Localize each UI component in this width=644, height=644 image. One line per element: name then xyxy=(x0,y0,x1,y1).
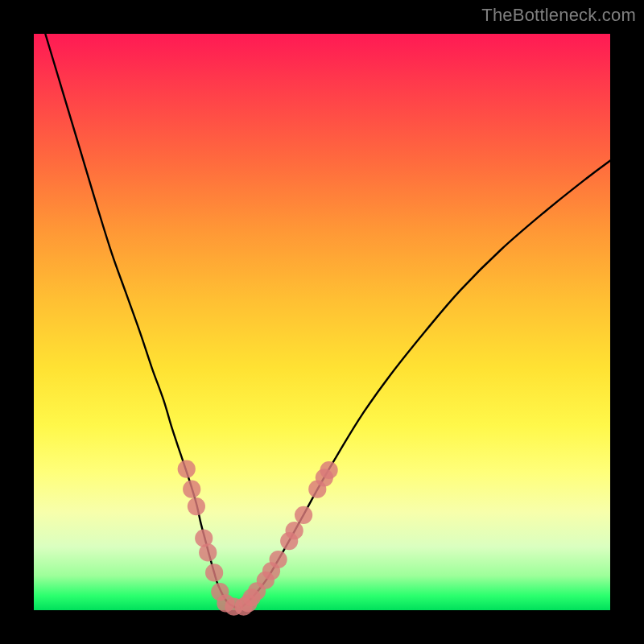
curves-svg xyxy=(34,34,610,610)
data-point xyxy=(205,564,223,581)
data-point xyxy=(286,522,303,539)
data-point xyxy=(178,460,196,477)
data-point xyxy=(295,506,312,524)
curve-left-branch xyxy=(45,34,235,607)
data-points-right xyxy=(235,461,338,616)
data-point xyxy=(199,543,217,561)
watermark-text: TheBottleneck.com xyxy=(481,5,636,26)
data-points-left xyxy=(178,460,243,615)
plot-area xyxy=(34,34,610,610)
chart-stage: TheBottleneck.com xyxy=(0,0,644,644)
data-point xyxy=(188,497,205,515)
data-point xyxy=(269,551,287,568)
data-point xyxy=(183,481,200,498)
data-point xyxy=(320,461,337,479)
